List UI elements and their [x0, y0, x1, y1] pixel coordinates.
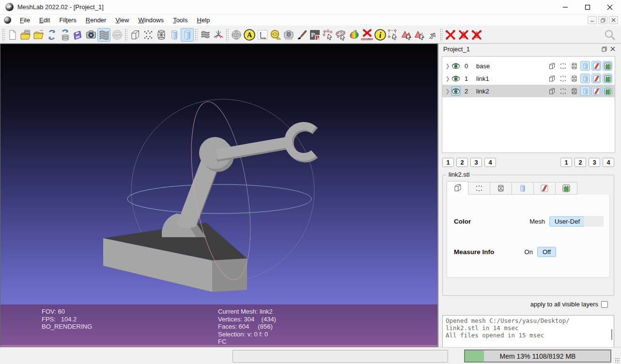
- raster-globe-icon[interactable]: [110, 28, 124, 42]
- new-file-icon[interactable]: [6, 28, 19, 42]
- toolbar-grip[interactable]: [2, 29, 5, 41]
- texture-toggle-icon[interactable]: [603, 86, 612, 96]
- menu-item-help[interactable]: Help: [193, 15, 214, 25]
- tab-points[interactable]: [468, 182, 490, 195]
- texture-toggle-icon[interactable]: [603, 74, 612, 83]
- pp-zpainting-icon[interactable]: PP: [308, 28, 321, 42]
- points-icon[interactable]: [141, 28, 155, 42]
- delete-mesh-icon[interactable]: [444, 28, 457, 42]
- bbox-toggle-icon[interactable]: [547, 61, 557, 71]
- delete-all-icon[interactable]: [470, 28, 483, 42]
- view-save-1-button[interactable]: 1: [560, 158, 572, 167]
- wireframe-toggle-icon[interactable]: [569, 74, 579, 83]
- menu-item-windows[interactable]: Windows: [134, 15, 168, 25]
- flat-toggle-icon[interactable]: [591, 61, 601, 71]
- point-picking-icon[interactable]: [321, 28, 334, 42]
- expand-chevron-icon[interactable]: ❯: [444, 63, 451, 69]
- color-userdef-button[interactable]: User-Def: [549, 216, 585, 227]
- layer-row-link1[interactable]: ❯ 1 link1: [442, 72, 615, 85]
- view-preset-4-button[interactable]: 4: [484, 158, 496, 167]
- dock-close-icon[interactable]: [608, 45, 617, 53]
- apply-all-layers-checkbox[interactable]: [601, 301, 608, 308]
- layer-row-base[interactable]: ❯ 0 base: [442, 60, 615, 72]
- georef-icon[interactable]: GEOREF: [360, 28, 373, 42]
- solid-toggle-icon[interactable]: [580, 86, 590, 96]
- visibility-eye-icon[interactable]: [451, 86, 461, 96]
- reload-icon[interactable]: [45, 28, 58, 42]
- wireframe-toggle-icon[interactable]: [569, 61, 579, 71]
- raster-align-camera-icon[interactable]: [282, 28, 295, 42]
- quality-mapper-icon[interactable]: [347, 28, 360, 42]
- view-save-4-button[interactable]: 4: [603, 158, 614, 167]
- expand-chevron-icon[interactable]: ❯: [444, 88, 451, 94]
- measure-off-button[interactable]: Off: [537, 247, 556, 257]
- delete-raster-icon[interactable]: [457, 28, 470, 42]
- search-icon[interactable]: [603, 28, 616, 42]
- visibility-eye-icon[interactable]: [451, 74, 461, 83]
- points-toggle-icon[interactable]: [558, 61, 568, 71]
- minimize-button[interactable]: [554, 0, 576, 15]
- open-project-icon[interactable]: [19, 28, 32, 42]
- color-mesh-option[interactable]: Mesh: [529, 218, 545, 225]
- zpaint-brush-icon[interactable]: [295, 28, 308, 42]
- layer-row-link2[interactable]: ❯ 2 link2: [442, 85, 615, 97]
- menu-item-render[interactable]: Render: [82, 15, 110, 25]
- solid-toggle-icon[interactable]: [580, 61, 590, 71]
- view-save-2-button[interactable]: 2: [574, 158, 586, 167]
- text-annotation-icon[interactable]: A: [243, 28, 256, 42]
- area-select-icon[interactable]: [387, 28, 400, 42]
- tab-flat[interactable]: [534, 182, 556, 195]
- deselect-faces-icon[interactable]: [413, 28, 426, 42]
- points-toggle-icon[interactable]: [558, 74, 568, 83]
- toolbar-grip[interactable]: [440, 29, 443, 41]
- toolbar-grip[interactable]: [195, 29, 198, 41]
- view-preset-2-button[interactable]: 2: [456, 158, 468, 167]
- view-save-3-button[interactable]: 3: [589, 158, 600, 167]
- snapshot-icon[interactable]: [84, 28, 97, 42]
- save-icon[interactable]: [71, 28, 84, 42]
- tab-solid[interactable]: [512, 182, 534, 195]
- flat-toggle-icon[interactable]: [591, 74, 601, 83]
- resize-grip[interactable]: [615, 358, 620, 363]
- expand-chevron-icon[interactable]: ❯: [444, 76, 451, 82]
- tab-texture[interactable]: [556, 182, 577, 195]
- open-mesh-icon[interactable]: [32, 28, 45, 42]
- select-faces-icon[interactable]: [400, 28, 413, 42]
- toolbar-grip[interactable]: [226, 29, 229, 41]
- move-select-icon[interactable]: [426, 28, 439, 42]
- view-preset-3-button[interactable]: 3: [470, 158, 482, 167]
- plane-align-icon[interactable]: [334, 28, 347, 42]
- show-axis-icon[interactable]: [212, 28, 225, 42]
- reload-layers-icon[interactable]: [58, 28, 71, 42]
- wireframe-toggle-icon[interactable]: [569, 86, 579, 96]
- trackball-icon[interactable]: [230, 28, 243, 42]
- maximize-button[interactable]: [576, 0, 599, 15]
- info-icon[interactable]: i: [373, 28, 387, 42]
- texture-toggle-icon[interactable]: [603, 61, 612, 71]
- visibility-eye-icon[interactable]: [451, 61, 461, 71]
- axes-corner-icon[interactable]: [256, 28, 269, 42]
- bbox-toggle-icon[interactable]: [547, 86, 557, 96]
- wireframe-icon[interactable]: [155, 28, 168, 42]
- tab-wireframe[interactable]: [490, 182, 512, 195]
- flat-shading-icon[interactable]: [168, 28, 181, 42]
- menu-item-filters[interactable]: Filters: [55, 15, 80, 25]
- tab-bbox[interactable]: [447, 181, 468, 195]
- viewport-3d[interactable]: FOV: 60 FPS: 104.2 BO_RENDERING Current …: [0, 44, 438, 347]
- mdi-minimize-button[interactable]: [588, 16, 597, 24]
- toolbar-grip[interactable]: [124, 29, 127, 41]
- view-preset-1-button[interactable]: 1: [442, 158, 454, 167]
- measure-tool-icon[interactable]: [269, 28, 282, 42]
- menu-item-file[interactable]: File: [16, 15, 34, 25]
- smooth-shading-icon[interactable]: [181, 28, 194, 42]
- menu-item-view[interactable]: View: [111, 15, 133, 25]
- mdi-close-button[interactable]: [609, 16, 618, 24]
- bbox-icon[interactable]: [128, 28, 141, 42]
- log-scrollbar[interactable]: [611, 329, 612, 340]
- measure-on-option[interactable]: On: [525, 248, 533, 256]
- flat-toggle-icon[interactable]: [591, 86, 601, 96]
- bbox-toggle-icon[interactable]: [547, 74, 557, 83]
- show-layers-icon[interactable]: [97, 28, 110, 42]
- close-button[interactable]: [599, 0, 621, 15]
- dock-float-icon[interactable]: [600, 45, 608, 53]
